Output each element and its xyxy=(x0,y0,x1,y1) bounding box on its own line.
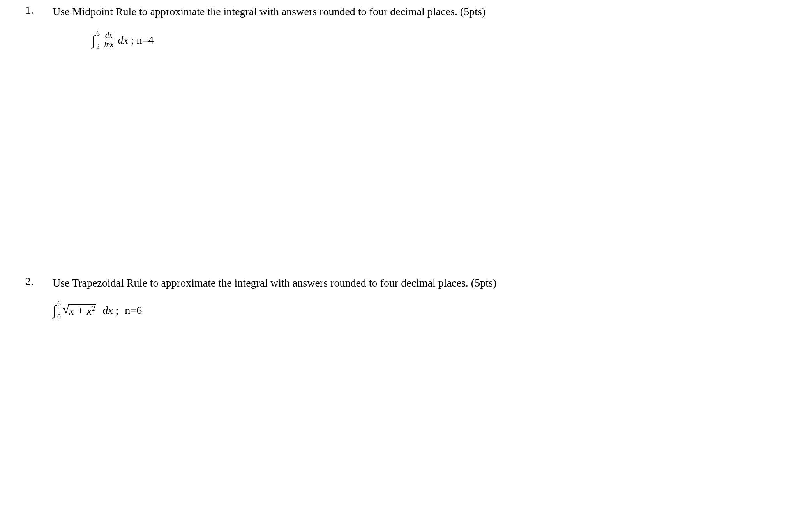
sqrt-exponent: 2 xyxy=(92,304,95,312)
sqrt-plus: + xyxy=(74,305,87,317)
problem-content-2: Use Trapezoidal Rule to approximate the … xyxy=(53,275,789,318)
problem-text-1: Use Midpoint Rule to approximate the int… xyxy=(53,4,789,19)
integral-bounds-1: 6 2 xyxy=(96,33,100,47)
problem-content-1: Use Midpoint Rule to approximate the int… xyxy=(53,4,789,49)
sqrt-x2: x xyxy=(87,305,92,317)
problem-1: 1. Use Midpoint Rule to approximate the … xyxy=(23,4,789,49)
dx-1: dx xyxy=(118,34,128,46)
lower-bound-1: 2 xyxy=(96,43,100,50)
fraction-1: dx lnx xyxy=(103,31,114,49)
dx-2: dx xyxy=(102,304,113,317)
upper-bound-1: 6 xyxy=(96,30,100,37)
problem-number-2: 2. xyxy=(23,275,53,288)
semicolon-1: ; xyxy=(131,34,134,46)
problem-text-2: Use Trapezoidal Rule to approximate the … xyxy=(53,275,789,290)
problem-2: 2. Use Trapezoidal Rule to approximate t… xyxy=(23,275,789,318)
sqrt-content: x + x2 xyxy=(68,304,96,317)
problem-number-1: 1. xyxy=(23,4,53,16)
lower-bound-2: 0 xyxy=(57,313,61,320)
n-value-1: n=4 xyxy=(137,34,154,46)
fraction-numerator: dx xyxy=(104,31,113,40)
integral-symbol-icon: ∫ xyxy=(53,302,56,318)
integral-expression-2: ∫ 6 0 √ x + x2 dx; n=6 xyxy=(53,302,789,318)
upper-bound-2: 6 xyxy=(57,300,61,307)
integral-symbol-icon: ∫ xyxy=(92,32,95,48)
sqrt-x: x xyxy=(69,305,74,317)
n-value-2: n=6 xyxy=(125,304,142,317)
integral-expression-1: ∫ 6 2 dx lnx dx; n=4 xyxy=(53,31,789,49)
fraction-denominator: lnx xyxy=(103,40,114,49)
sqrt-container: √ x + x2 xyxy=(63,304,96,317)
semicolon-2: ; xyxy=(116,304,119,317)
integral-bounds-2: 6 0 xyxy=(57,303,61,317)
